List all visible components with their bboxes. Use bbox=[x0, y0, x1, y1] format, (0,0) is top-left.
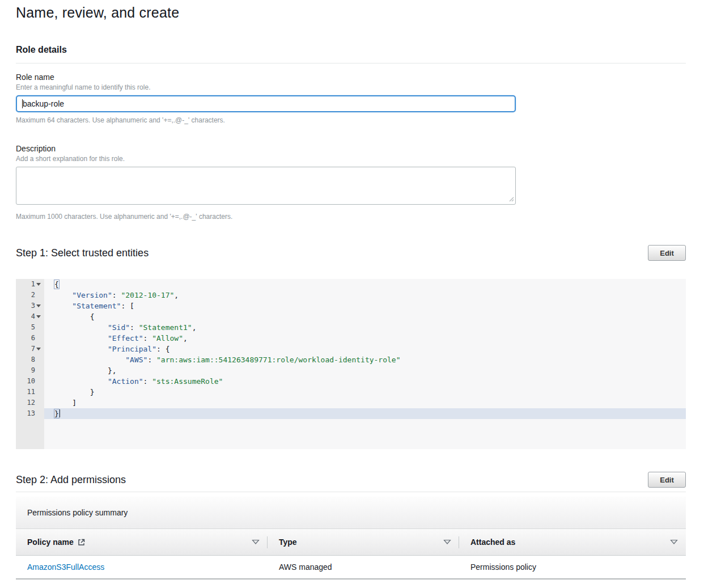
code-token: "Version" bbox=[72, 291, 112, 299]
step2-heading: Step 2: Add permissions bbox=[16, 474, 126, 486]
code-token: : bbox=[112, 291, 121, 299]
code-line-content: } bbox=[44, 408, 686, 419]
role-name-input-wrap bbox=[16, 95, 516, 112]
name-review-create-page: Name, review, and create Role details Ro… bbox=[0, 0, 704, 579]
code-token: "2012-10-17" bbox=[121, 291, 174, 299]
policy-table-body: AmazonS3FullAccessAWS managedPermissions… bbox=[16, 556, 686, 579]
code-token: "Statement" bbox=[72, 302, 121, 310]
code-line: 2 "Version": "2012-10-17", bbox=[16, 290, 686, 301]
fold-arrow-icon[interactable] bbox=[36, 283, 41, 286]
code-line: 1{ bbox=[16, 279, 686, 290]
role-name-hint: Maximum 64 characters. Use alphanumeric … bbox=[16, 116, 686, 124]
line-number-gutter: 9 bbox=[16, 365, 44, 376]
section-divider bbox=[16, 63, 686, 64]
line-number-gutter: 4 bbox=[16, 311, 44, 322]
line-number-gutter: 13 bbox=[16, 408, 44, 419]
line-number: 8 bbox=[31, 354, 35, 365]
code-line-content: { bbox=[44, 279, 686, 290]
line-number-gutter: 7 bbox=[16, 344, 44, 354]
line-number: 6 bbox=[31, 333, 35, 344]
description-textarea-wrap bbox=[16, 167, 516, 207]
code-line: 4 { bbox=[16, 311, 686, 322]
fold-arrow-icon[interactable] bbox=[36, 315, 41, 318]
code-line: 10 "Action": "sts:AssumeRole" bbox=[16, 376, 686, 387]
panel-title: Permissions policy summary bbox=[27, 508, 128, 517]
column-header-attached-as: Attached as bbox=[459, 529, 686, 555]
code-token: "sts:AssumeRole" bbox=[152, 377, 223, 386]
code-line: 13} bbox=[16, 408, 686, 419]
line-number-gutter: 1 bbox=[16, 279, 44, 290]
code-line-content: "Principal": { bbox=[44, 344, 686, 354]
code-line: 7 "Principal": { bbox=[16, 344, 686, 354]
description-label: Description bbox=[16, 144, 686, 153]
filter-dropdown-icon[interactable] bbox=[670, 539, 678, 545]
fold-arrow-icon[interactable] bbox=[36, 304, 41, 307]
section-divider bbox=[16, 492, 686, 492]
filter-dropdown-icon[interactable] bbox=[443, 539, 451, 545]
code-token: "arn:aws:iam::541263489771:role/workload… bbox=[156, 356, 400, 364]
description-help-text: Add a short explanation for this role. bbox=[16, 155, 686, 163]
code-token: "Action" bbox=[108, 377, 143, 386]
code-line: 11 } bbox=[16, 387, 686, 397]
code-token: "Principal" bbox=[108, 345, 156, 353]
policy-name-cell: AmazonS3FullAccess bbox=[16, 562, 268, 572]
column-label: Type bbox=[279, 538, 297, 547]
code-line-content: ] bbox=[44, 397, 686, 408]
line-number: 2 bbox=[31, 290, 35, 301]
code-line-content: }, bbox=[44, 365, 686, 376]
line-number-gutter: 5 bbox=[16, 322, 44, 333]
policy-table-row: AmazonS3FullAccessAWS managedPermissions… bbox=[16, 556, 686, 579]
line-number: 4 bbox=[31, 311, 35, 322]
line-number: 1 bbox=[31, 279, 35, 290]
code-line-content: "Sid": "Statement1", bbox=[44, 322, 686, 333]
fold-arrow-icon[interactable] bbox=[36, 348, 41, 350]
code-token: , bbox=[192, 323, 197, 332]
code-token: "Allow" bbox=[152, 334, 183, 342]
role-name-help-text: Enter a meaningful name to identify this… bbox=[16, 83, 686, 91]
code-token: } bbox=[90, 388, 95, 396]
step1-header-row: Step 1: Select trusted entities Edit bbox=[16, 245, 686, 261]
code-token: }, bbox=[108, 366, 117, 375]
code-token: "Statement1" bbox=[139, 323, 192, 332]
code-line-content: "Version": "2012-10-17", bbox=[44, 290, 686, 301]
line-number: 7 bbox=[31, 344, 35, 354]
code-token: "AWS" bbox=[125, 356, 147, 364]
permissions-summary-panel: Permissions policy summary Policy name bbox=[16, 497, 686, 579]
description-textarea[interactable] bbox=[16, 167, 516, 205]
policy-json-editor[interactable]: 1{2 "Version": "2012-10-17",3 "Statement… bbox=[16, 279, 686, 449]
code-token: , bbox=[183, 334, 188, 342]
editor-cursor bbox=[60, 409, 60, 417]
code-line: 8 "AWS": "arn:aws:iam::541263489771:role… bbox=[16, 354, 686, 365]
code-line-content: "AWS": "arn:aws:iam::541263489771:role/w… bbox=[44, 354, 686, 365]
code-token: : [ bbox=[121, 302, 134, 310]
resize-handle-icon[interactable] bbox=[508, 194, 514, 204]
code-line-content: "Effect": "Allow", bbox=[44, 333, 686, 344]
line-number-gutter: 10 bbox=[16, 376, 44, 387]
code-token: : bbox=[147, 356, 156, 364]
attached-as-cell: Permissions policy bbox=[459, 562, 686, 572]
role-name-label: Role name bbox=[16, 73, 686, 82]
column-header-type: Type bbox=[268, 529, 459, 555]
filter-dropdown-icon[interactable] bbox=[252, 539, 260, 545]
step2-header-row: Step 2: Add permissions Edit bbox=[16, 472, 686, 488]
step1-edit-button[interactable]: Edit bbox=[648, 245, 686, 261]
line-number: 5 bbox=[31, 322, 35, 333]
line-number-gutter: 3 bbox=[16, 301, 44, 311]
line-number: 9 bbox=[31, 365, 35, 376]
policy-type-cell: AWS managed bbox=[268, 562, 459, 572]
column-header-policy-name: Policy name bbox=[16, 529, 268, 555]
code-token: { bbox=[90, 312, 95, 321]
code-token: "Sid" bbox=[108, 323, 130, 332]
policy-name-link[interactable]: AmazonS3FullAccess bbox=[27, 562, 104, 572]
code-line: 12 ] bbox=[16, 397, 686, 408]
code-token: : bbox=[143, 334, 152, 342]
step2-edit-button[interactable]: Edit bbox=[648, 472, 686, 488]
line-number: 12 bbox=[27, 397, 35, 408]
page-title: Name, review, and create bbox=[16, 5, 686, 21]
code-line-content: "Action": "sts:AssumeRole" bbox=[44, 376, 686, 387]
role-name-input[interactable] bbox=[16, 95, 516, 112]
code-line: 6 "Effect": "Allow", bbox=[16, 333, 686, 344]
code-token: : { bbox=[156, 345, 169, 353]
panel-header: Permissions policy summary bbox=[16, 497, 686, 529]
code-line: 3 "Statement": [ bbox=[16, 301, 686, 311]
